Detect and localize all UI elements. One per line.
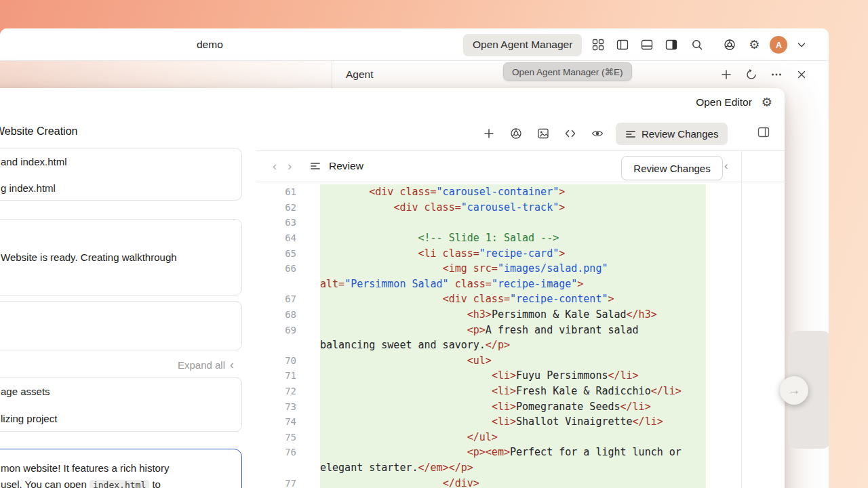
line-number: 70: [256, 355, 296, 366]
divider: [741, 150, 742, 488]
back-chevron-icon[interactable]: ‹: [273, 150, 277, 182]
task-list-card: age assets lizing project: [0, 377, 242, 432]
browser-icon[interactable]: [724, 39, 736, 51]
titlebar-right: Open Agent Manager: [463, 28, 808, 61]
composer-line: usel. You can open index.html to: [1, 476, 235, 488]
agent-panel-header: Agent: [0, 61, 829, 88]
code-line[interactable]: 74 <li>Shallot Vinaigrette</li>: [256, 414, 741, 430]
gear-icon[interactable]: ⚙: [762, 96, 772, 108]
line-number: 75: [256, 432, 296, 443]
ellipsis-icon[interactable]: [770, 68, 783, 81]
chevron-down-icon[interactable]: [795, 39, 808, 51]
main-window: demo Open Agent Manager: [0, 28, 829, 488]
code-line[interactable]: 64 <!-- Slide 1: Salad -->: [256, 230, 741, 246]
line-number: 73: [256, 401, 296, 412]
chevron-left-icon: ‹: [230, 359, 234, 371]
code-line[interactable]: 62 <div class="carousel-track">: [256, 200, 741, 216]
gear-icon[interactable]: ⚙: [748, 39, 760, 51]
panel-bottom-icon[interactable]: [641, 39, 653, 51]
code-line[interactable]: 67 <div class="recipe-content">: [256, 291, 741, 307]
code-line[interactable]: 61 <div class="carousel-container">: [256, 184, 741, 200]
project-title[interactable]: demo: [197, 28, 223, 61]
line-number: 65: [256, 248, 296, 259]
open-editor-button[interactable]: Open Editor: [696, 96, 752, 108]
review-changes-label: Review Changes: [642, 128, 718, 140]
line-number: 62: [256, 202, 296, 213]
panel-right-icon[interactable]: [665, 39, 677, 51]
list-item[interactable]: lizing project: [0, 405, 241, 432]
panel-left-icon[interactable]: [616, 39, 629, 51]
line-number: 69: [256, 325, 296, 336]
line-number: 66: [256, 263, 296, 274]
code-line[interactable]: 75 </ul>: [256, 430, 741, 445]
line-number: 68: [256, 309, 296, 320]
line-number: 63: [256, 217, 296, 228]
eye-icon[interactable]: [591, 127, 604, 140]
review-tab-title: Review: [329, 150, 363, 182]
history-icon[interactable]: [745, 68, 757, 81]
search-icon[interactable]: [691, 39, 703, 51]
code-line[interactable]: 71 <li>Fuyu Persimmons</li>: [256, 368, 741, 384]
expand-all-label[interactable]: Expand all: [178, 359, 225, 371]
line-number: 64: [256, 232, 296, 243]
line-number: 71: [256, 370, 296, 381]
composer-text: usel. You can open: [1, 479, 90, 488]
line-number: 67: [256, 293, 296, 304]
panel-right-icon[interactable]: [757, 126, 770, 138]
review-changes-button[interactable]: Review Changes: [621, 156, 723, 180]
review-changes-icon: [625, 129, 636, 140]
apps-grid-icon[interactable]: [592, 39, 604, 51]
code-line[interactable]: 66 <img src="images/salad.png": [256, 261, 741, 277]
line-number: 72: [256, 386, 296, 396]
plus-icon[interactable]: [483, 127, 495, 140]
expand-all[interactable]: Expand all ‹: [0, 357, 234, 373]
code-icon[interactable]: [564, 127, 576, 140]
thread-title: Website Creation: [0, 125, 77, 138]
image-icon[interactable]: [537, 127, 549, 140]
code-line[interactable]: 65 <li class="recipe-card">: [256, 245, 741, 261]
message-composer[interactable]: mon website! It features a rich history …: [0, 449, 242, 488]
code-line[interactable]: alt="Persimmon Salad" class="recipe-imag…: [256, 277, 741, 292]
code-line[interactable]: elegant starter.</em></p>: [256, 460, 741, 476]
code-line[interactable]: balancing sweet and savory.</p>: [256, 338, 741, 353]
file-chip: index.html: [90, 480, 149, 488]
list-item[interactable]: age assets: [0, 378, 241, 405]
code-line[interactable]: 68 <h3>Persimmon & Kale Salad</h3>: [256, 307, 741, 323]
avatar[interactable]: A: [770, 36, 787, 54]
editor-pane-background: [0, 61, 332, 88]
line-number: 77: [256, 478, 296, 488]
composer-line: mon website! It features a rich history: [1, 460, 235, 476]
empty-card: [0, 301, 242, 350]
line-number: 76: [256, 447, 296, 458]
overlay-window: Open Editor ⚙ Website Creation and index…: [0, 88, 785, 488]
collapse-chevron-icon[interactable]: ‹: [724, 150, 728, 182]
status-text: Website is ready. Creating walkthrough: [1, 251, 177, 263]
line-number: 61: [256, 186, 296, 197]
plus-icon[interactable]: [720, 68, 732, 81]
review-icon: [310, 150, 321, 182]
forward-chevron-icon[interactable]: ›: [288, 150, 292, 182]
browser-icon[interactable]: [510, 127, 522, 140]
code-editor[interactable]: 61 <div class="carousel-container">62 <d…: [256, 182, 741, 488]
code-line[interactable]: 73 <li>Pomegranate Seeds</li>: [256, 399, 741, 414]
titlebar: demo Open Agent Manager: [0, 28, 829, 61]
status-card: Website is ready. Creating walkthrough: [0, 219, 242, 296]
arrow-right-icon: →: [788, 383, 801, 398]
review-changes-button[interactable]: Review Changes: [616, 123, 728, 145]
code-line[interactable]: 76 <p><em>Perfect for a light lunch or: [256, 445, 741, 460]
tooltip: Open Agent Manager (⌘E): [503, 62, 632, 81]
code-line[interactable]: 69 <p>A fresh and vibrant salad: [256, 322, 741, 338]
agent-panel-title: Agent: [346, 61, 374, 88]
close-icon[interactable]: [795, 68, 808, 81]
expand-panel-button[interactable]: →: [780, 376, 808, 405]
line-number: 74: [256, 416, 296, 427]
code-line[interactable]: 70 <ul>: [256, 353, 741, 369]
overlay-header: Open Editor ⚙: [0, 88, 785, 117]
code-line[interactable]: 63: [256, 215, 741, 230]
code-line[interactable]: 77 </div>: [256, 475, 741, 488]
code-line[interactable]: 72 <li>Fresh Kale & Radicchio</li>: [256, 384, 741, 399]
composer-text: to: [149, 479, 161, 488]
open-agent-manager-button[interactable]: Open Agent Manager: [463, 34, 582, 56]
